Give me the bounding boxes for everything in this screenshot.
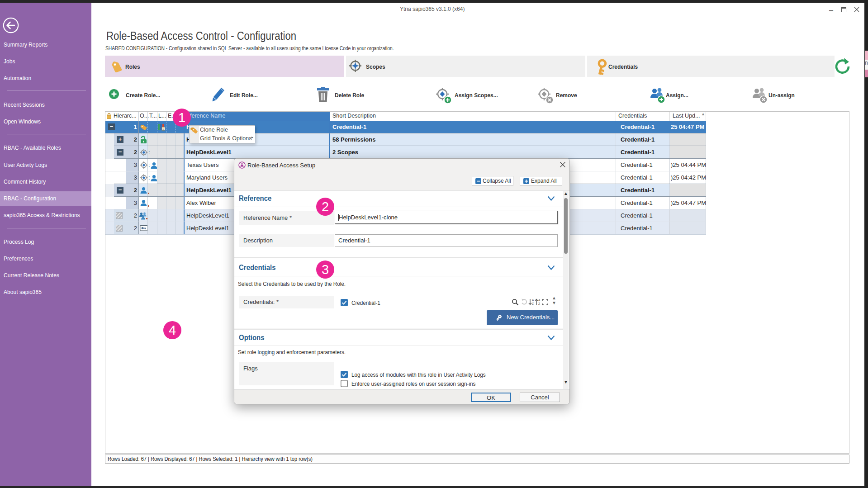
svg-text:Z: Z (538, 302, 540, 305)
svg-text:A: A (538, 298, 541, 302)
svg-text:Z: Z (532, 302, 534, 305)
svg-text:A: A (532, 298, 534, 302)
